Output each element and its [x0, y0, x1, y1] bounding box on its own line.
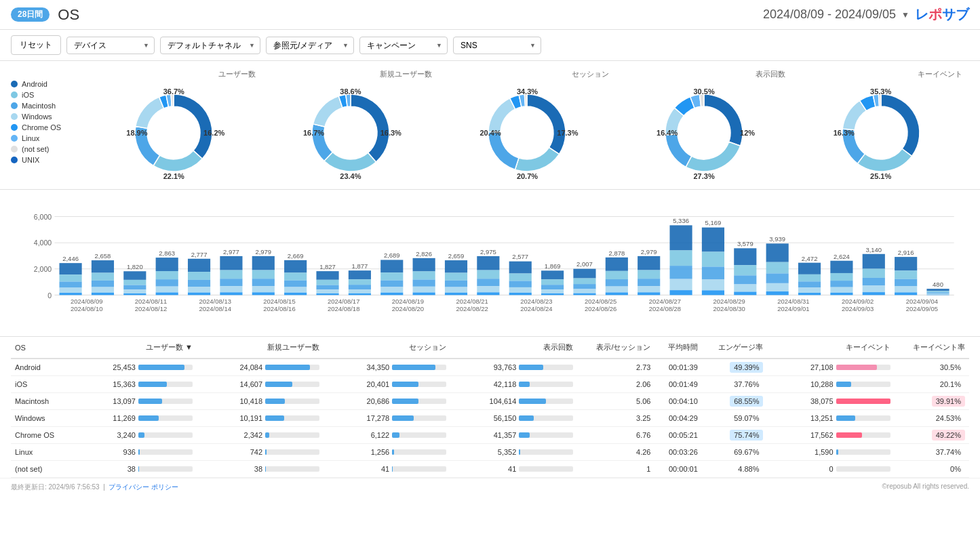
- svg-rect-113: [606, 287, 628, 293]
- source-filter[interactable]: 参照元/メディア: [266, 37, 354, 54]
- sns-filter[interactable]: SNS: [453, 37, 541, 54]
- legend-dot: [11, 124, 18, 131]
- svg-rect-161: [863, 285, 885, 292]
- rate-cell: 0%: [895, 461, 969, 478]
- svg-rect-12: [60, 293, 82, 295]
- svg-rect-172: [926, 292, 949, 293]
- rate-cell: 20.1%: [895, 376, 969, 393]
- svg-text:2024/09/01: 2024/09/01: [777, 305, 809, 312]
- svg-rect-66: [349, 293, 371, 295]
- legend-item: Macintosh: [11, 102, 85, 110]
- rate-cell: 24.53%: [895, 410, 969, 427]
- device-filter[interactable]: デバイス: [66, 37, 155, 54]
- svg-rect-136: [734, 275, 756, 284]
- legend-dot: [11, 102, 18, 109]
- svg-rect-131: [702, 279, 724, 290]
- th-0[interactable]: OS: [11, 337, 70, 359]
- svg-text:2024/08/19: 2024/08/19: [392, 298, 424, 305]
- svg-rect-20: [123, 271, 146, 280]
- svg-rect-51: [284, 272, 307, 280]
- svg-rect-94: [509, 281, 532, 287]
- last-updated: 最終更新日: 2024/9/6 7:56:53: [11, 483, 100, 491]
- brand-logo: レポサブ: [915, 5, 969, 24]
- svg-rect-53: [284, 287, 307, 293]
- donut-percent-label: 23.4%: [340, 172, 361, 180]
- privacy-link[interactable]: プライバシー ポリシー: [109, 483, 178, 491]
- svg-rect-26: [156, 258, 178, 271]
- svg-rect-46: [252, 279, 275, 286]
- device-filter-wrapper: デバイス: [66, 37, 155, 54]
- svg-rect-146: [798, 263, 821, 274]
- campaign-filter[interactable]: キャンペーン: [359, 37, 448, 54]
- th-8: キーイベント: [767, 337, 894, 359]
- svg-rect-101: [541, 289, 564, 293]
- svg-rect-45: [252, 270, 275, 279]
- rate-cell: 39.91%: [895, 393, 969, 410]
- svg-text:2,007: 2,007: [576, 260, 593, 268]
- bar-cell: 41,357: [450, 427, 577, 444]
- svg-text:2,000: 2,000: [34, 265, 52, 273]
- svg-text:2,916: 2,916: [898, 249, 914, 256]
- bar-chart-wrapper: 02,0004,0006,0002,4462,6581,8202,8632,77…: [11, 195, 969, 331]
- channel-filter[interactable]: デフォルトチャネル: [160, 37, 260, 54]
- svg-rect-75: [413, 271, 435, 279]
- svg-text:2,979: 2,979: [641, 248, 657, 256]
- svg-text:2024/08/25: 2024/08/25: [585, 298, 616, 305]
- donut-percent-label: 34.3%: [517, 87, 538, 96]
- svg-text:2024/08/17: 2024/08/17: [328, 298, 359, 305]
- svg-text:2024/08/18: 2024/08/18: [328, 305, 359, 312]
- donut-percent-label: 35.3%: [870, 87, 891, 96]
- svg-text:2,777: 2,777: [191, 251, 208, 258]
- rate-cell: 49.22%: [895, 427, 969, 444]
- svg-rect-38: [220, 256, 242, 270]
- svg-rect-120: [638, 292, 660, 295]
- svg-rect-64: [349, 285, 371, 289]
- svg-rect-100: [541, 285, 564, 289]
- legend-label: (not set): [22, 145, 49, 153]
- bar-cell: 20,401: [324, 376, 450, 393]
- legend-item: Linux: [11, 134, 85, 142]
- th-1[interactable]: ユーザー数 ▼: [70, 337, 197, 359]
- svg-rect-34: [188, 280, 210, 287]
- bar-cell: 17,278: [324, 410, 450, 427]
- dropdown-icon[interactable]: ▼: [901, 10, 909, 20]
- svg-text:2024/08/30: 2024/08/30: [713, 305, 745, 312]
- bar-cell: 1,256: [324, 444, 450, 461]
- svg-rect-143: [766, 283, 789, 291]
- svg-text:6,000: 6,000: [34, 213, 52, 221]
- bar-cell: 41: [450, 461, 577, 478]
- chart-label: セッション: [572, 69, 616, 79]
- simple-cell: 00:01:39: [654, 359, 701, 376]
- bar-cell: 14,607: [197, 376, 324, 393]
- svg-rect-116: [638, 256, 660, 270]
- bar-cell: 6,122: [324, 427, 450, 444]
- bar-cell: 3,240: [70, 427, 197, 444]
- svg-rect-174: [926, 295, 949, 295]
- bar-cell: 20,686: [324, 393, 450, 410]
- th-3: セッション: [324, 337, 450, 359]
- bar-cell: 104,614: [450, 393, 577, 410]
- reset-button[interactable]: リセット: [11, 35, 61, 55]
- bar-cell: 42,118: [450, 376, 577, 393]
- bar-cell: 2,342: [197, 427, 324, 444]
- donut-percent-label: 18.9%: [126, 129, 147, 137]
- legend-dot: [11, 91, 18, 98]
- svg-rect-170: [926, 289, 949, 291]
- donut-percent-label: 27.3%: [693, 172, 714, 180]
- bar-cell: 10,288: [767, 376, 894, 393]
- bar-cell: 10,418: [197, 393, 324, 410]
- svg-rect-137: [734, 284, 756, 291]
- th-7: エンゲージ率: [702, 337, 768, 359]
- donut-chart-3: 表示回数30.5%27.3%16.4%12%: [616, 69, 793, 184]
- engage-cell: 75.74%: [702, 427, 768, 444]
- svg-text:2024/08/28: 2024/08/28: [649, 305, 681, 312]
- svg-rect-48: [252, 292, 275, 295]
- svg-text:2024/09/03: 2024/09/03: [842, 305, 874, 312]
- svg-text:3,140: 3,140: [865, 246, 882, 253]
- svg-rect-123: [670, 250, 692, 266]
- svg-rect-90: [477, 292, 499, 295]
- svg-text:2,975: 2,975: [480, 248, 496, 256]
- svg-text:2024/09/02: 2024/09/02: [842, 298, 874, 305]
- svg-rect-135: [734, 265, 756, 275]
- svg-rect-83: [445, 287, 467, 293]
